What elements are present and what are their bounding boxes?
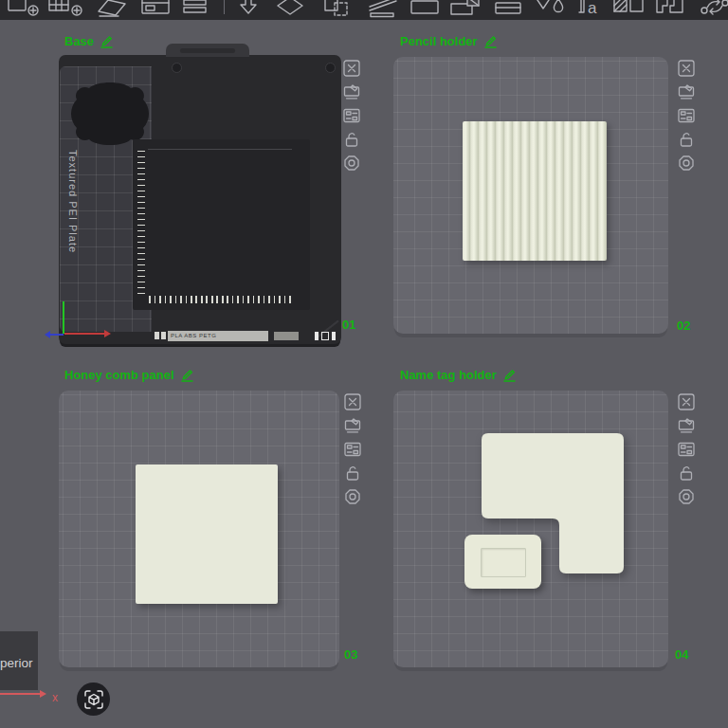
close-icon[interactable] — [343, 392, 362, 411]
plate-screw — [172, 63, 182, 73]
viewport-axis-x-arrowhead — [40, 690, 46, 698]
plate-04-label: Name tag holder — [400, 368, 517, 382]
edit-image-icon[interactable] — [342, 82, 361, 101]
axis-z-blue — [50, 334, 64, 336]
list-icon[interactable] — [342, 106, 361, 125]
ruler-base-object[interactable] — [133, 139, 310, 310]
plate-screw — [325, 63, 336, 73]
clipped-tooltip: perior — [0, 631, 38, 690]
list-icon[interactable] — [677, 440, 696, 459]
move-plate-icon[interactable] — [446, 0, 486, 20]
plate-03-label: Honey comb panel — [64, 368, 194, 382]
toolbar-separator — [224, 0, 225, 14]
plate-01-surface[interactable]: Textured PEI Plate PLA ABS PETG — [59, 55, 341, 344]
lock-icon[interactable] — [342, 130, 361, 149]
add-grid-icon[interactable] — [47, 0, 89, 20]
import-icon[interactable] — [232, 0, 264, 20]
merge-icon[interactable] — [268, 0, 312, 20]
plate-01-label-text: Base — [64, 34, 94, 48]
name-tag-inset — [481, 548, 526, 577]
close-icon[interactable] — [342, 59, 361, 78]
pencil-holder-object[interactable] — [463, 121, 607, 261]
strip-mark-icon — [161, 332, 166, 339]
workspace: a Base Textured PEI Plate PLA ABS PETG — [0, 0, 728, 728]
plate-01-label: Base — [64, 34, 114, 48]
height-range-icon[interactable] — [651, 0, 691, 20]
filament-compat-label: PLA ABS PETG — [168, 331, 268, 341]
edit-image-icon[interactable] — [677, 82, 696, 101]
lock-icon[interactable] — [343, 464, 362, 482]
edit-plate-name-icon[interactable] — [100, 34, 114, 48]
plate-02-label-text: Pencil holder — [400, 34, 478, 48]
ruler-vertical-ticks — [137, 151, 145, 295]
gear-icon[interactable] — [342, 154, 361, 173]
tray-icon[interactable] — [490, 0, 526, 20]
plate-04-actions — [677, 392, 696, 506]
plate-02-label: Pencil holder — [400, 34, 498, 48]
text-tool-icon[interactable]: a — [573, 0, 606, 20]
plate-03-label-text: Honey comb panel — [64, 368, 174, 382]
plate-04-number: 04 — [675, 647, 688, 662]
list-icon[interactable] — [343, 440, 362, 459]
list-icon[interactable] — [677, 106, 696, 125]
auto-orient-icon[interactable] — [93, 0, 135, 20]
strip-glyph-icon — [315, 332, 318, 340]
strip-glyph-icon — [321, 332, 329, 340]
cube-scan-icon — [83, 689, 104, 710]
ruler-horizontal-ticks — [149, 296, 293, 303]
axis-x-red — [64, 333, 104, 335]
strip-mark-icon — [155, 332, 159, 339]
clone-icon[interactable] — [316, 0, 359, 20]
slice-icon[interactable] — [363, 0, 403, 20]
edit-image-icon[interactable] — [677, 416, 696, 435]
fit-view-button[interactable] — [77, 682, 110, 716]
plate-02-actions — [677, 59, 696, 173]
axis-y-green — [63, 301, 64, 334]
edit-plate-name-icon[interactable] — [502, 368, 517, 382]
plate-04-label-text: Name tag holder — [400, 368, 497, 382]
edit-plate-name-icon[interactable] — [483, 34, 498, 48]
gear-icon[interactable] — [343, 487, 362, 506]
top-toolbar: a — [0, 0, 728, 20]
lock-icon[interactable] — [677, 464, 696, 482]
plate-icon[interactable] — [407, 0, 443, 20]
name-tag-object[interactable] — [464, 535, 541, 589]
close-icon[interactable] — [677, 392, 696, 411]
axis-z-arrowhead — [45, 331, 50, 338]
viewport-axis-x-line — [0, 693, 40, 695]
tooltip-text: perior — [0, 656, 33, 670]
edit-plate-name-icon[interactable] — [180, 368, 194, 382]
edit-image-icon[interactable] — [343, 416, 362, 435]
plate-handle — [166, 44, 249, 57]
sync-icon[interactable] — [695, 0, 728, 20]
fill-pattern-icon[interactable] — [610, 0, 647, 20]
plate-03-number: 03 — [344, 647, 357, 662]
gear-icon[interactable] — [677, 487, 696, 506]
add-plate-icon[interactable] — [6, 0, 44, 20]
layers-icon[interactable] — [178, 0, 212, 20]
warning-mark-icon — [274, 332, 299, 340]
honeycomb-panel-object[interactable] — [136, 464, 278, 604]
strip-glyph-icon — [332, 332, 336, 340]
plate-brand-text: Textured PEI Plate — [67, 150, 79, 349]
svg-text:a: a — [588, 0, 597, 17]
plate-02-number: 02 — [677, 318, 690, 333]
arrange-icon[interactable] — [138, 0, 174, 20]
plate-info-strip: PLA ABS PETG — [152, 330, 341, 342]
gear-icon[interactable] — [677, 154, 696, 173]
plate-01-number: 01 — [342, 318, 355, 332]
axis-x-arrowhead — [104, 330, 111, 337]
plate-03-actions — [343, 392, 362, 506]
paint-drop-icon[interactable] — [530, 0, 570, 20]
lock-icon[interactable] — [677, 130, 696, 149]
close-icon[interactable] — [677, 59, 696, 78]
plate-01-actions — [342, 59, 361, 173]
viewport-axis-x-label: x — [52, 691, 58, 704]
